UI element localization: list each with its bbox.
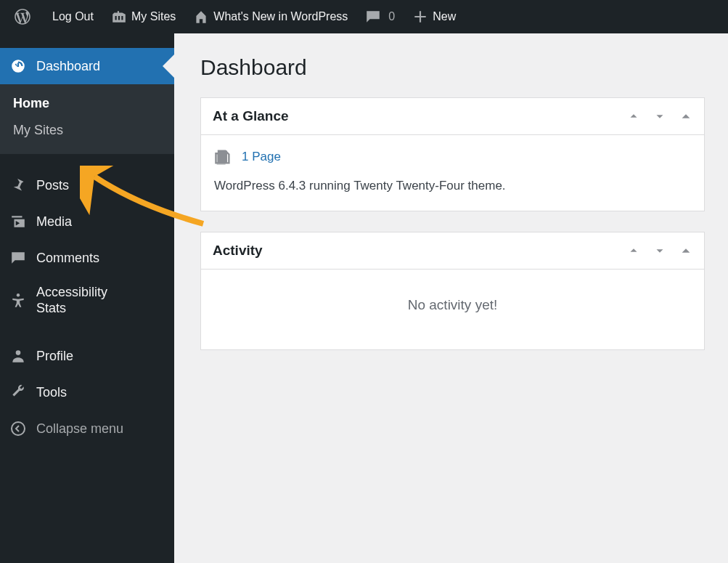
sidebar-a11y-label: Accessibility Stats — [36, 285, 138, 316]
svg-point-1 — [16, 350, 21, 355]
current-menu-arrow-icon — [163, 54, 174, 78]
activity-title: Activity — [213, 243, 263, 259]
sidebar-tools-label: Tools — [36, 385, 67, 400]
toolbar-mysites[interactable]: My Sites — [102, 0, 184, 33]
sidebar-collapse-label: Collapse menu — [36, 421, 123, 437]
page-icon — [214, 148, 232, 166]
collapse-arrow-icon — [9, 419, 28, 438]
panel-move-down-icon[interactable] — [653, 244, 666, 257]
activity-empty-text: No activity yet! — [201, 270, 704, 349]
toolbar-new[interactable]: New — [404, 0, 465, 33]
wordpress-logo-icon — [15, 9, 30, 25]
sidebar-subitem-mysites[interactable]: My Sites — [0, 117, 174, 144]
toolbar-logout[interactable]: Log Out — [44, 0, 102, 33]
sidebar-item-tools[interactable]: Tools — [0, 374, 174, 410]
plus-icon — [412, 9, 428, 25]
sidebar-item-profile[interactable]: Profile — [0, 338, 174, 374]
at-a-glance-panel: At a Glance 1 Page WordPress 6.4.3 runni… — [200, 97, 705, 211]
toolbar-new-label: New — [433, 10, 456, 23]
accessibility-icon — [9, 291, 28, 310]
sidebar-dashboard-label: Dashboard — [36, 59, 100, 74]
panel-move-down-icon[interactable] — [653, 110, 666, 123]
toolbar-sitename-label: What's New in WordPress — [213, 10, 348, 23]
sidebar-posts-label: Posts — [36, 178, 69, 193]
sidebar-item-comments[interactable]: Comments — [0, 240, 174, 276]
activity-header: Activity — [201, 232, 704, 270]
sidebar-item-dashboard[interactable]: Dashboard — [0, 48, 174, 84]
sidebar-profile-label: Profile — [36, 349, 73, 364]
svg-rect-4 — [217, 153, 226, 165]
toolbar-sitename[interactable]: What's New in WordPress — [184, 0, 356, 33]
sidebar-media-label: Media — [36, 214, 72, 230]
wrench-icon — [9, 383, 28, 402]
sidebar-item-media[interactable]: Media — [0, 203, 174, 240]
glance-pages-row: 1 Page — [214, 148, 691, 166]
sidebar-comments-label: Comments — [36, 251, 99, 266]
admin-toolbar: Log Out My Sites What's New in WordPress… — [0, 0, 728, 33]
glance-pages-link[interactable]: 1 Page — [242, 150, 281, 164]
sidebar-item-posts[interactable]: Posts — [0, 167, 174, 203]
admin-sidebar: Dashboard Home My Sites Posts — [0, 33, 174, 563]
panel-move-up-icon[interactable] — [627, 244, 640, 257]
activity-panel: Activity No activity yet! — [200, 232, 705, 350]
main-content: Dashboard At a Glance 1 Page WordPress 6… — [174, 33, 728, 563]
wp-logo[interactable] — [6, 0, 44, 33]
user-icon — [9, 347, 28, 365]
toolbar-logout-label: Log Out — [52, 10, 94, 23]
comments-icon — [9, 248, 28, 267]
panel-toggle-icon[interactable] — [679, 244, 692, 257]
sidebar-subitem-home[interactable]: Home — [0, 90, 174, 117]
svg-point-2 — [12, 422, 25, 435]
sidebar-dashboard-submenu: Home My Sites — [0, 84, 174, 154]
sidebar-item-accessibility-stats[interactable]: Accessibility Stats — [0, 276, 174, 325]
pin-icon — [9, 176, 28, 195]
panel-move-up-icon[interactable] — [627, 110, 640, 123]
toolbar-comments[interactable]: 0 — [356, 0, 404, 33]
home-icon — [193, 9, 209, 25]
toolbar-mysites-label: My Sites — [131, 10, 176, 23]
sidebar-collapse-button[interactable]: Collapse menu — [0, 410, 174, 447]
toolbar-comments-count: 0 — [388, 10, 395, 23]
network-icon — [111, 9, 127, 25]
comment-icon — [365, 9, 381, 25]
dashboard-icon — [9, 57, 28, 76]
media-icon — [9, 212, 28, 231]
page-title: Dashboard — [200, 55, 705, 80]
at-a-glance-header: At a Glance — [201, 98, 704, 135]
at-a-glance-title: At a Glance — [213, 108, 289, 124]
panel-toggle-icon[interactable] — [679, 110, 692, 123]
svg-point-0 — [17, 293, 20, 296]
glance-status-text: WordPress 6.4.3 running Twenty Twenty-Fo… — [214, 179, 691, 193]
